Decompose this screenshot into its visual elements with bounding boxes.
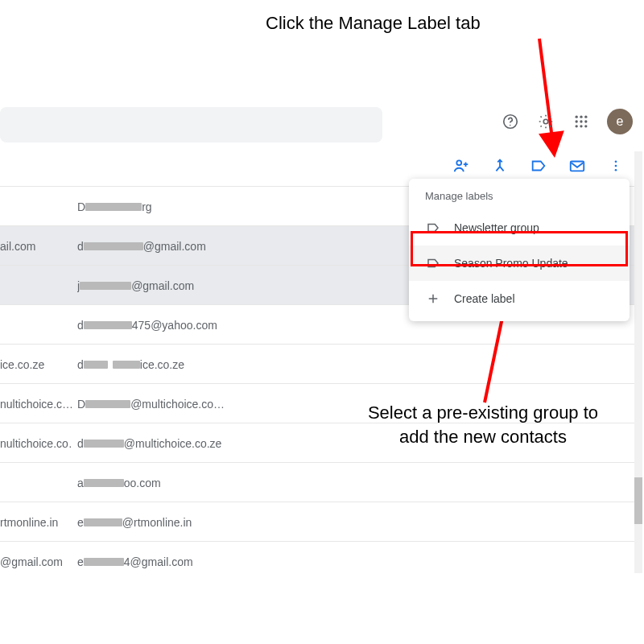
scrollbar[interactable] — [634, 151, 642, 573]
help-icon[interactable] — [501, 112, 520, 131]
svg-point-7 — [576, 120, 578, 122]
svg-point-15 — [615, 160, 617, 163]
cell-email: aoo.com — [77, 477, 246, 489]
svg-rect-14 — [571, 162, 584, 171]
cell-email: d@multichoice.co.ze — [77, 437, 246, 450]
annotation-arrow-top — [515, 16, 612, 161]
manage-labels-dropdown: Manage labels Newsletter group Season Pr… — [409, 179, 630, 321]
svg-point-11 — [580, 125, 582, 127]
svg-point-5 — [580, 116, 582, 118]
cell-email: d475@yahoo.com — [77, 319, 246, 332]
cell-domain: ice.co.ze — [0, 358, 72, 371]
email-icon[interactable] — [568, 157, 586, 175]
apps-grid-icon[interactable] — [572, 112, 591, 131]
svg-point-12 — [584, 125, 587, 127]
table-row[interactable]: ice.co.ze dice.co.ze — [0, 344, 634, 383]
add-contact-icon[interactable] — [452, 157, 470, 175]
cell-domain: ail.com — [0, 240, 72, 253]
table-row[interactable]: @gmail.com e4@gmail.com — [0, 541, 634, 580]
search-input[interactable] — [0, 107, 382, 142]
cell-email: d@gmail.com — [77, 240, 246, 253]
cell-domain: nultichoice.c… — [0, 398, 72, 411]
scrollbar-thumb[interactable] — [634, 477, 642, 524]
label-icon — [425, 220, 441, 236]
dropdown-item-newsletter[interactable]: Newsletter group — [409, 210, 630, 246]
svg-point-2 — [510, 125, 511, 126]
svg-point-16 — [615, 165, 617, 167]
cell-domain: rtmonline.in — [0, 516, 72, 529]
dropdown-item-label: Newsletter group — [454, 221, 539, 234]
plus-icon — [425, 291, 441, 307]
dropdown-header: Manage labels — [409, 185, 630, 210]
svg-point-10 — [576, 125, 578, 127]
gear-icon[interactable] — [536, 112, 555, 131]
dropdown-item-create-label[interactable]: Create label — [409, 281, 630, 316]
svg-point-8 — [580, 120, 582, 122]
cell-email: dice.co.ze — [77, 358, 246, 371]
avatar[interactable]: e — [607, 109, 633, 134]
cell-email: e@rtmonline.in — [77, 516, 246, 529]
cell-domain: @gmail.com — [0, 555, 72, 568]
cell-email: j@gmail.com — [77, 279, 246, 292]
label-icon — [425, 255, 441, 271]
cell-email: Drg — [77, 200, 246, 213]
annotation-bottom-text: Select a pre-existing group to add the n… — [354, 401, 612, 448]
svg-point-3 — [543, 119, 548, 124]
svg-line-0 — [539, 39, 554, 151]
svg-point-6 — [584, 116, 587, 118]
cell-domain: nultichoice.co… — [0, 437, 72, 450]
table-row[interactable]: aoo.com — [0, 462, 634, 502]
annotation-top-text: Click the Manage Label tab — [266, 13, 523, 34]
svg-point-13 — [456, 160, 461, 165]
dropdown-item-label: Season Promo Update — [454, 257, 568, 270]
dropdown-item-season-promo[interactable]: Season Promo Update — [409, 246, 630, 281]
more-icon[interactable] — [607, 157, 625, 175]
cell-email: D@multichoice.co… — [77, 398, 246, 411]
cell-email: e4@gmail.com — [77, 555, 246, 568]
dropdown-item-label: Create label — [454, 292, 515, 305]
svg-point-4 — [576, 116, 578, 118]
manage-labels-icon[interactable] — [530, 157, 547, 175]
svg-point-9 — [584, 120, 587, 122]
table-row[interactable]: rtmonline.in e@rtmonline.in — [0, 502, 634, 541]
svg-point-17 — [615, 169, 617, 171]
merge-icon[interactable] — [491, 157, 509, 175]
